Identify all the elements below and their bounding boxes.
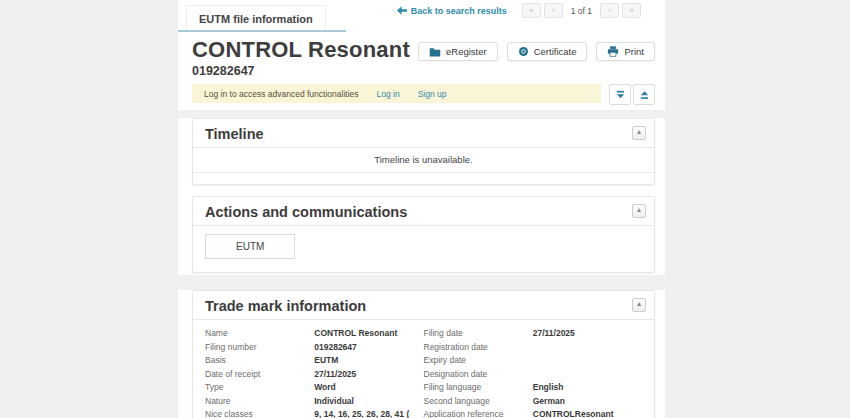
login-banner: Log in to access advanced functionalitie…	[192, 84, 601, 103]
field-value: English	[533, 381, 642, 394]
certificate-seal-icon	[518, 46, 529, 57]
timeline-spacer	[193, 173, 654, 184]
eregister-label: eRegister	[446, 46, 487, 57]
field-label: Filing language	[424, 381, 533, 394]
field-nice-classes: Nice classes 9, 14, 16, 25, 26, 28, 41 (…	[205, 408, 424, 418]
expand-all-icon	[639, 90, 650, 100]
field-label: Registration date	[424, 341, 533, 354]
back-link-label: Back to search results	[411, 6, 507, 16]
field-name: Name CONTROL Resonant	[205, 327, 424, 340]
field-label: Type	[205, 381, 314, 394]
field-label: Date of receipt	[205, 368, 314, 381]
field-label: Filing date	[424, 327, 533, 340]
previous-result-button[interactable]: ‹	[544, 3, 563, 18]
field-registration-date: Registration date	[424, 341, 643, 354]
field-value: 27/11/2025	[314, 368, 423, 381]
tab-strip: EUTM file information	[178, 5, 346, 32]
trademark-title: Trade mark information	[205, 298, 366, 314]
trademark-collapse-button[interactable]: ▴	[632, 298, 646, 312]
field-value	[533, 341, 642, 354]
results-navigation-bar: Back to search results « ‹ 1 of 1 › »	[397, 3, 641, 18]
field-label: Nature	[205, 395, 314, 408]
title-row: CONTROL Resonant 019282647 eRegister Cer…	[178, 32, 665, 78]
timeline-title: Timeline	[205, 126, 264, 142]
expand-collapse-controls	[609, 84, 655, 103]
field-application-reference: Application reference CONTROLResonant	[424, 408, 643, 418]
actions-title: Actions and communications	[205, 204, 407, 220]
back-to-search-results-link[interactable]: Back to search results	[397, 6, 507, 16]
timeline-header: Timeline ▴	[193, 119, 654, 148]
certificate-label: Certificate	[534, 46, 577, 57]
field-label: Designation date	[424, 368, 533, 381]
print-button[interactable]: Print	[596, 42, 655, 61]
section-divider	[178, 110, 665, 118]
field-value: CONTROLResonant	[533, 408, 642, 418]
next-result-button[interactable]: ›	[600, 3, 619, 18]
timeline-collapse-button[interactable]: ▴	[632, 126, 646, 140]
section-spacer	[178, 185, 665, 196]
collapse-all-icon	[615, 90, 626, 100]
trademark-details: Name CONTROL Resonant Filing number 0192…	[193, 320, 654, 418]
trademark-header: Trade mark information ▴	[193, 291, 654, 320]
field-value: German	[533, 395, 642, 408]
first-result-button[interactable]: «	[522, 3, 541, 18]
certificate-button[interactable]: Certificate	[507, 42, 588, 61]
timeline-section: Timeline ▴ Timeline is unavailable.	[192, 118, 655, 185]
signup-link[interactable]: Sign up	[418, 89, 447, 99]
application-number: 019282647	[192, 64, 410, 78]
actions-collapse-button[interactable]: ▴	[632, 204, 646, 218]
tab-eutm-file-information[interactable]: EUTM file information	[186, 5, 326, 30]
field-date-of-receipt: Date of receipt 27/11/2025	[205, 368, 424, 381]
field-value: 27/11/2025	[533, 327, 642, 340]
main-content-column: EUTM file information Back to search res…	[178, 0, 665, 418]
field-label: Name	[205, 327, 314, 340]
field-label: Second language	[424, 395, 533, 408]
login-link[interactable]: Log in	[377, 89, 400, 99]
field-value: Word	[314, 381, 423, 394]
printer-icon	[607, 46, 619, 57]
field-value	[533, 368, 642, 381]
collapse-all-button[interactable]	[609, 84, 631, 105]
field-label: Filing number	[205, 341, 314, 354]
section-divider	[178, 275, 665, 290]
print-label: Print	[624, 46, 644, 57]
trademark-right-column: Filing date 27/11/2025 Registration date…	[424, 327, 643, 418]
trademark-information-section: Trade mark information ▴ Name CONTROL Re…	[192, 290, 655, 418]
pager-position-label: 1 of 1	[571, 6, 592, 16]
actions-eutm-tab[interactable]: EUTM	[205, 234, 295, 259]
field-designation-date: Designation date	[424, 368, 643, 381]
actions-communications-section: Actions and communications ▴ EUTM	[192, 196, 655, 273]
field-label: Basis	[205, 354, 314, 367]
back-arrow-icon	[397, 6, 407, 15]
field-filing-language: Filing language English	[424, 381, 643, 394]
page-header: EUTM file information Back to search res…	[178, 0, 665, 103]
field-second-language: Second language German	[424, 395, 643, 408]
field-basis: Basis EUTM	[205, 354, 424, 367]
field-value: 9, 14, 16, 25, 26, 28, 41 ( Nice Classif…	[314, 408, 423, 418]
field-value: CONTROL Resonant	[314, 327, 423, 340]
field-filing-date: Filing date 27/11/2025	[424, 327, 643, 340]
field-value: 019282647	[314, 341, 423, 354]
expand-all-button[interactable]	[633, 84, 655, 105]
nice-classes-values: 9, 14, 16, 25, 26, 28, 41 (	[314, 409, 409, 418]
page-title: CONTROL Resonant	[192, 38, 410, 62]
field-value: Individual	[314, 395, 423, 408]
last-result-button[interactable]: »	[622, 3, 641, 18]
eregister-button[interactable]: eRegister	[418, 42, 498, 61]
field-label: Nice classes	[205, 408, 314, 418]
document-actions: eRegister Certificate Print	[418, 42, 655, 61]
field-expiry-date: Expiry date	[424, 354, 643, 367]
field-value	[533, 354, 642, 367]
field-nature: Nature Individual	[205, 395, 424, 408]
field-value: EUTM	[314, 354, 423, 367]
timeline-empty-message: Timeline is unavailable.	[193, 148, 654, 173]
field-filing-number: Filing number 019282647	[205, 341, 424, 354]
folder-icon	[429, 47, 441, 57]
trademark-left-column: Name CONTROL Resonant Filing number 0192…	[205, 327, 424, 418]
result-pager: « ‹ 1 of 1 › »	[522, 3, 641, 18]
title-block: CONTROL Resonant 019282647	[192, 38, 410, 78]
login-banner-message: Log in to access advanced functionalitie…	[204, 89, 359, 99]
field-label: Application reference	[424, 408, 533, 418]
login-row: Log in to access advanced functionalitie…	[192, 84, 655, 103]
actions-header: Actions and communications ▴	[193, 197, 654, 226]
